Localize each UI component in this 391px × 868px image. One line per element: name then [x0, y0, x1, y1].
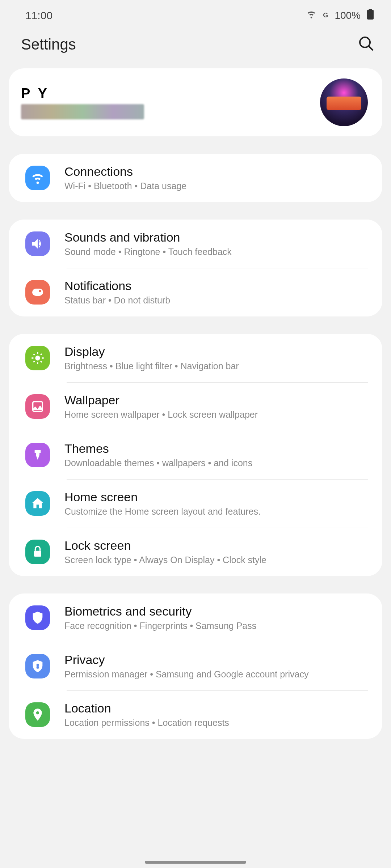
settings-item-homescreen[interactable]: Home screen Customize the Home screen la…: [9, 479, 382, 528]
setting-title: Home screen: [64, 490, 261, 504]
avatar[interactable]: [320, 78, 368, 126]
settings-item-wallpaper[interactable]: Wallpaper Home screen wallpaper • Lock s…: [9, 382, 382, 431]
setting-subtitle: Location permissions • Location requests: [64, 718, 229, 728]
setting-subtitle: Face recognition • Fingerprints • Samsun…: [64, 621, 256, 631]
svg-rect-18: [37, 666, 39, 669]
privacy-shield-icon: [25, 654, 50, 678]
svg-rect-16: [34, 551, 41, 557]
home-icon: [25, 491, 50, 516]
profile-email-redacted: [21, 104, 144, 119]
header: Settings: [0, 28, 391, 68]
nav-handle[interactable]: [145, 861, 246, 864]
svg-point-6: [35, 356, 40, 360]
settings-item-sounds[interactable]: Sounds and vibration Sound mode • Ringto…: [9, 220, 382, 268]
image-icon: [25, 394, 50, 419]
network-label: G: [323, 12, 328, 19]
svg-line-12: [41, 361, 42, 362]
svg-point-2: [360, 37, 370, 47]
settings-item-biometrics[interactable]: Biometrics and security Face recognition…: [9, 593, 382, 642]
battery-text: 100%: [335, 10, 361, 21]
setting-subtitle: Screen lock type • Always On Display • C…: [64, 555, 266, 565]
setting-subtitle: Permission manager • Samsung and Google …: [64, 669, 308, 680]
setting-title: Display: [64, 345, 239, 359]
setting-title: Lock screen: [64, 539, 266, 553]
setting-title: Privacy: [64, 653, 308, 667]
svg-rect-1: [369, 9, 372, 10]
setting-subtitle: Wi-Fi • Bluetooth • Data usage: [64, 181, 186, 191]
setting-subtitle: Downloadable themes • wallpapers • and i…: [64, 458, 252, 468]
setting-subtitle: Customize the Home screen layout and fea…: [64, 506, 261, 517]
settings-item-lockscreen[interactable]: Lock screen Screen lock type • Always On…: [9, 528, 382, 576]
shield-icon: [25, 605, 50, 630]
battery-icon: [367, 9, 374, 22]
settings-item-notifications[interactable]: Notifications Status bar • Do not distur…: [9, 268, 382, 316]
settings-item-display[interactable]: Display Brightness • Blue light filter •…: [9, 334, 382, 382]
setting-subtitle: Home screen wallpaper • Lock screen wall…: [64, 409, 258, 420]
setting-title: Location: [64, 701, 229, 715]
svg-point-19: [36, 711, 39, 714]
svg-line-3: [369, 46, 373, 50]
setting-title: Wallpaper: [64, 393, 258, 407]
speaker-icon: [25, 231, 50, 256]
sun-icon: [25, 346, 50, 370]
status-time: 11:00: [25, 9, 52, 22]
wifi-icon: [25, 166, 50, 190]
svg-point-17: [37, 664, 39, 666]
content: P Y Connections Wi-Fi • Bluetooth • Data…: [0, 68, 391, 739]
settings-group: Biometrics and security Face recognition…: [9, 593, 382, 739]
page-title: Settings: [21, 36, 76, 53]
settings-group: Connections Wi-Fi • Bluetooth • Data usa…: [9, 154, 382, 202]
brush-icon: [25, 443, 50, 467]
svg-line-14: [41, 354, 42, 355]
setting-subtitle: Brightness • Blue light filter • Navigat…: [64, 361, 239, 371]
notification-icon: [25, 280, 50, 305]
location-pin-icon: [25, 702, 50, 727]
settings-item-privacy[interactable]: Privacy Permission manager • Samsung and…: [9, 642, 382, 690]
setting-title: Themes: [64, 442, 252, 456]
setting-title: Sounds and vibration: [64, 230, 232, 244]
svg-rect-0: [367, 10, 374, 20]
settings-item-themes[interactable]: Themes Downloadable themes • wallpapers …: [9, 431, 382, 479]
wifi-icon: [306, 9, 316, 22]
settings-item-connections[interactable]: Connections Wi-Fi • Bluetooth • Data usa…: [9, 154, 382, 202]
status-right: G 100%: [306, 9, 374, 22]
lock-icon: [25, 540, 50, 564]
setting-title: Notifications: [64, 279, 170, 293]
settings-group: Sounds and vibration Sound mode • Ringto…: [9, 220, 382, 316]
setting-title: Connections: [64, 165, 186, 179]
svg-rect-4: [32, 289, 43, 296]
setting-subtitle: Status bar • Do not disturb: [64, 295, 170, 306]
settings-item-location[interactable]: Location Location permissions • Location…: [9, 690, 382, 739]
settings-group: Display Brightness • Blue light filter •…: [9, 334, 382, 576]
setting-title: Biometrics and security: [64, 604, 256, 618]
svg-line-13: [33, 361, 34, 362]
search-icon[interactable]: [358, 35, 375, 54]
svg-point-5: [39, 290, 41, 292]
setting-subtitle: Sound mode • Ringtone • Touch feedback: [64, 247, 232, 257]
profile-card[interactable]: P Y: [9, 68, 382, 136]
svg-line-11: [33, 354, 34, 355]
profile-name: P Y: [21, 86, 144, 101]
status-bar: 11:00 G 100%: [0, 0, 391, 28]
